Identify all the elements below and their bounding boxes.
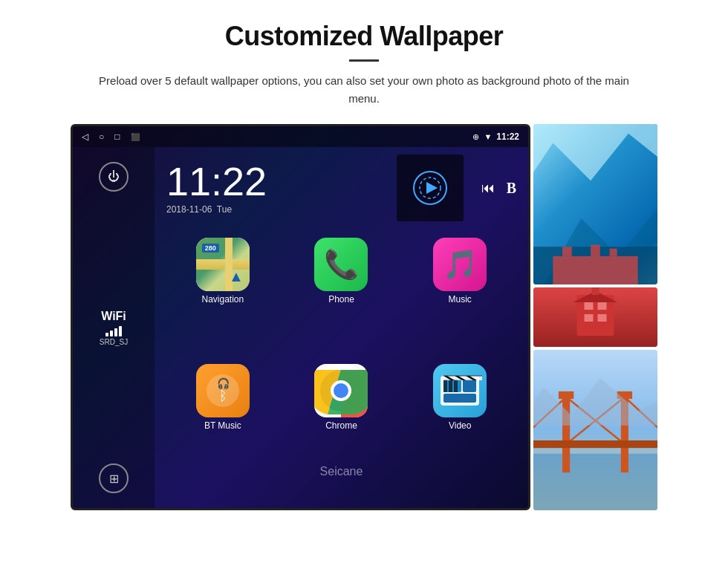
- music-glyph: 🎵: [443, 248, 478, 281]
- svg-rect-32: [598, 314, 607, 322]
- svg-rect-12: [463, 379, 476, 392]
- svg-marker-2: [426, 182, 438, 194]
- wifi-widget: WiFi SRD_SJ: [100, 310, 128, 346]
- svg-rect-30: [598, 302, 607, 310]
- wifi-ssid: SRD_SJ: [100, 338, 128, 346]
- btmusic-label: BT Music: [204, 420, 241, 431]
- wifi-bar-2: [110, 331, 113, 336]
- music-label: Music: [448, 294, 471, 305]
- power-button[interactable]: ⏻: [99, 162, 129, 192]
- android-screen: ◁ ○ □ ⬛ ⊕ ▼ 11:22 ⏻: [71, 124, 530, 510]
- tokyo-wallpaper-svg: [533, 287, 657, 347]
- chrome-label: Chrome: [325, 420, 357, 431]
- bluetooth-music-svg: 🎧 ᛒ: [204, 372, 241, 409]
- wifi-bar-1: [105, 333, 108, 336]
- home-icon: ○: [99, 131, 104, 143]
- wifi-signal-bars: [105, 325, 122, 336]
- svg-rect-29: [585, 302, 594, 310]
- center-area: 11:22 2018-11-06 Tue: [155, 147, 528, 508]
- svg-rect-31: [585, 314, 594, 322]
- phone-icon: 📞: [314, 238, 368, 291]
- svg-rect-24: [562, 247, 572, 256]
- svg-rect-43: [559, 391, 573, 399]
- svg-rect-23: [553, 256, 637, 284]
- video-svg: [438, 368, 482, 413]
- left-sidebar: ⏻ WiFi SRD_SJ ⊞: [73, 147, 155, 508]
- app-grid: 280 ▲ Navigation 📞 Phone: [155, 229, 528, 493]
- media-icon: [412, 169, 449, 206]
- apps-grid-button[interactable]: ⊞: [99, 463, 129, 493]
- svg-rect-16: [454, 379, 458, 392]
- svg-rect-15: [449, 379, 452, 392]
- wifi-bar-4: [119, 326, 122, 336]
- status-bar-right: ⊕ ▼ 11:22: [472, 131, 519, 142]
- clock-time: 11:22: [166, 161, 385, 201]
- svg-text:ᛒ: ᛒ: [218, 388, 227, 403]
- nav-route-badge: 280: [202, 244, 219, 253]
- svg-rect-25: [591, 245, 600, 256]
- music-icon: 🎵: [433, 238, 487, 291]
- track-label: B: [507, 180, 516, 197]
- wallpaper-thumb-bridge[interactable]: [533, 350, 657, 510]
- nav-map: 280 ▲: [196, 238, 250, 291]
- prev-track-icon[interactable]: ⏮: [481, 180, 495, 196]
- chrome-icon: [314, 364, 368, 417]
- watermark: Seicane: [320, 465, 363, 478]
- clock-date: 2018-11-06 Tue: [166, 204, 385, 215]
- title-divider: [349, 59, 379, 62]
- video-label: Video: [449, 420, 471, 431]
- back-icon: ◁: [82, 131, 88, 143]
- wifi-label: WiFi: [101, 310, 126, 323]
- navigation-icon: 280 ▲: [196, 238, 250, 291]
- bridge-wallpaper-svg: [533, 350, 657, 510]
- status-time: 11:22: [496, 131, 519, 142]
- wallpaper-thumbnails-panel: [533, 124, 657, 510]
- svg-rect-33: [592, 287, 599, 295]
- phone-label: Phone: [328, 294, 354, 305]
- wifi-bar-3: [114, 328, 117, 336]
- svg-rect-26: [610, 249, 617, 256]
- screen-content: ⏻ WiFi SRD_SJ ⊞: [73, 147, 528, 508]
- screenshot-icon: ⬛: [131, 133, 140, 141]
- app-item-navigation[interactable]: 280 ▲ Navigation: [166, 238, 279, 358]
- gps-icon: ⊕: [472, 132, 479, 142]
- svg-rect-35: [533, 454, 657, 510]
- page-description: Preload over 5 default wallpaper options…: [97, 72, 631, 108]
- svg-rect-42: [533, 440, 657, 448]
- device-wrapper: ◁ ○ □ ⬛ ⊕ ▼ 11:22 ⏻: [71, 124, 657, 510]
- grid-icon: ⊞: [109, 472, 119, 486]
- media-widget[interactable]: [397, 154, 464, 221]
- media-controls: ⏮ B: [481, 180, 516, 197]
- svg-point-9: [334, 383, 348, 398]
- app-item-music[interactable]: 🎵 Music: [403, 238, 516, 358]
- recents-icon: □: [114, 131, 120, 143]
- status-bar: ◁ ○ □ ⬛ ⊕ ▼ 11:22: [73, 126, 528, 147]
- app-item-phone[interactable]: 📞 Phone: [285, 238, 398, 358]
- app-item-video[interactable]: Video: [403, 364, 516, 484]
- wallpaper-thumb-tokyo[interactable]: [533, 287, 657, 347]
- page-title: Customized Wallpaper: [225, 21, 504, 52]
- video-icon: [433, 364, 487, 417]
- power-icon: ⏻: [108, 170, 120, 183]
- btmusic-icon: 🎧 ᛒ: [196, 364, 250, 417]
- navigation-label: Navigation: [201, 294, 244, 305]
- nav-direction-icon: ▲: [229, 268, 244, 285]
- phone-glyph: 📞: [324, 248, 359, 281]
- clock-area: 11:22 2018-11-06 Tue: [155, 147, 528, 229]
- signal-icon: ▼: [484, 132, 492, 141]
- clock-display: 11:22 2018-11-06 Tue: [166, 161, 385, 215]
- app-item-btmusic[interactable]: 🎧 ᛒ BT Music: [166, 364, 279, 484]
- status-bar-left: ◁ ○ □ ⬛: [82, 131, 140, 143]
- wallpaper-thumb-ice[interactable]: [533, 124, 657, 284]
- svg-rect-14: [443, 379, 447, 392]
- svg-rect-13: [443, 394, 476, 403]
- ice-wallpaper-svg: [533, 124, 657, 284]
- chrome-svg: [314, 364, 368, 417]
